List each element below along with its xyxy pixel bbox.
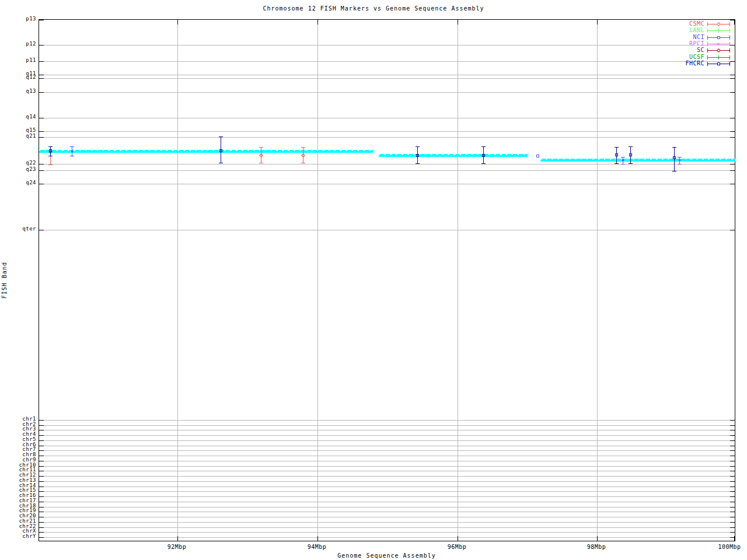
top-tick [458,20,458,24]
fhcrc-marker [482,154,485,157]
top-tick [597,20,598,24]
left-tick [39,481,44,482]
chrom-gridline [39,435,735,436]
band-gridline [39,118,735,118]
chrom-gridline [39,507,735,508]
right-tick [730,491,735,492]
assembly-contig-dash-pattern [540,159,735,160]
chrom-gridline [39,522,735,523]
ucsf-legend-symbol [718,55,719,60]
fhcrc-errorbar-cap [672,171,676,172]
legend-label-fhcrc: FHCRC [652,60,704,66]
left-tick [39,170,44,171]
chrom-gridline [39,502,735,502]
nci-marker [622,159,624,161]
legend-label-sc: SC [652,47,704,53]
xtick-label-100Mbp: 100Mbp [712,544,747,550]
legend-cap [729,29,730,33]
assembly-contig-dash-pattern [379,154,528,155]
legend-cap [707,48,708,52]
legend-cap [707,62,708,66]
csmc-errorbar-cap [259,147,263,148]
chrom-gridline [39,420,735,421]
bottom-tick [597,536,598,541]
left-tick [39,78,44,79]
left-tick [39,45,44,46]
fhcrc-marker [219,149,222,152]
legend-cap [729,42,730,46]
right-tick [730,517,735,517]
lanl-legend-symbol [718,29,719,33]
csmc-marker [301,153,305,158]
right-tick [730,430,735,430]
legend-cap [729,62,730,66]
right-tick [730,75,735,75]
band-gridline [39,184,735,184]
assembly-contig-segment [379,154,528,157]
right-tick [730,184,735,184]
right-tick [730,420,735,421]
right-tick [730,446,735,446]
chrom-gridline [39,425,735,426]
csmc-errorbar-cap [259,163,263,163]
fhcrc-marker [49,149,52,152]
legend-label-nci: NCI [652,34,704,40]
fhcrc-errorbar-cap [219,163,223,163]
band-label-q15: q15 [0,128,36,133]
csmc-errorbar-cap [301,147,305,148]
csmc-errorbar-cap [48,164,53,165]
left-tick [39,430,44,430]
right-tick [730,92,735,93]
legend-cap [707,36,708,40]
band-label-p12: p12 [0,41,36,47]
legend-label-lanl: LANL [652,27,704,33]
band-gridline [39,164,735,164]
nci-marker [71,150,73,152]
chrom-gridline [39,537,735,538]
nci-errorbar-cap [70,146,74,147]
legend-label-rpci: RPCI [652,40,704,47]
band-gridline [39,92,735,93]
band-gridline [39,45,735,46]
band-label-q23: q23 [0,167,36,172]
right-tick [730,45,735,46]
xtick-label-96Mbp: 96Mbp [439,544,474,550]
left-tick [39,420,44,421]
left-tick [39,471,44,471]
chrom-gridline [39,456,735,456]
fhcrc-errorbar-cap [629,163,633,164]
right-tick [730,461,735,461]
left-tick [39,517,44,517]
chrom-gridline [39,512,735,512]
left-tick [39,75,44,75]
right-tick [730,522,735,523]
fhcrc-errorbar-cap [416,146,420,147]
left-tick [39,137,44,138]
chrom-gridline [39,481,735,482]
band-label-p13: p13 [0,16,36,22]
left-tick [39,487,44,487]
mbp-gridline [317,20,318,541]
left-tick [39,476,44,477]
nci-errorbar-cap [621,157,625,158]
band-gridline [39,230,735,230]
fhcrc-errorbar-cap [416,163,420,164]
nci-legend-symbol [717,36,720,39]
assembly-contig-segment [540,159,735,162]
band-label-qter: qter [0,226,36,232]
fhcrc-legend-symbol [717,62,720,65]
fhcrc-errorbar-cap [672,147,676,148]
left-tick [39,496,44,497]
band-gridline [39,131,735,132]
bottom-tick [734,536,735,541]
right-tick [730,532,735,533]
fhcrc-errorbar-cap [48,156,53,156]
left-tick [39,92,44,93]
left-tick [39,184,44,184]
x-axis-label: Genome Sequence Assembly [39,552,735,559]
left-tick [39,491,44,492]
fhcrc-errorbar-cap [219,136,223,137]
chrom-gridline [39,430,735,430]
fhcrc-errorbar-cap [48,146,53,147]
xtick-label-98Mbp: 98Mbp [579,544,614,550]
